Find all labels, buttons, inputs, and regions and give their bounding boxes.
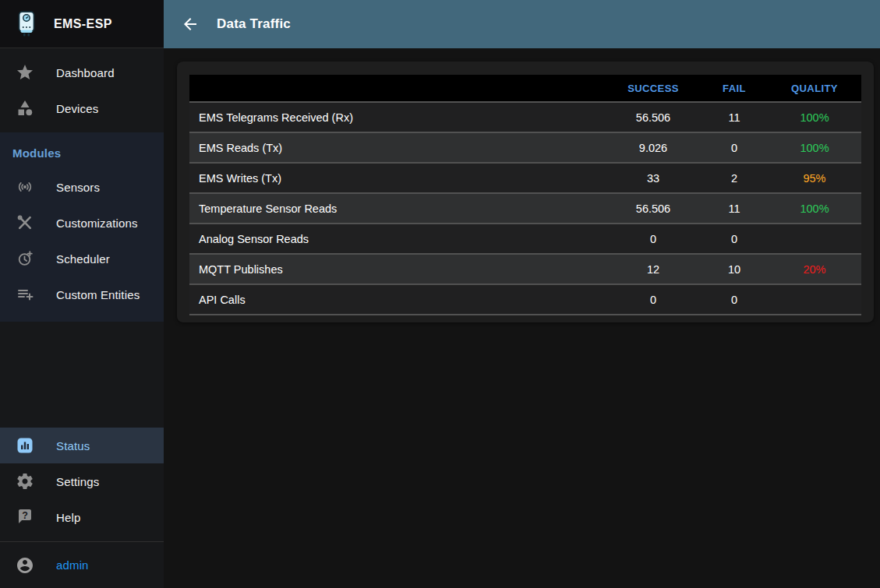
sidebar-nav-top: Dashboard Devices: [0, 48, 164, 132]
column-header-fail: FAIL: [701, 75, 768, 102]
app-title: EMS-ESP: [54, 17, 112, 31]
appbar: Data Traffic: [164, 0, 880, 48]
row-fail-value: 0: [701, 132, 768, 163]
gear-icon: [16, 472, 34, 491]
table-row: API Calls 0 0: [189, 284, 861, 315]
table-row: EMS Reads (Tx) 9.026 0 100%: [189, 132, 861, 163]
row-success-value: 56.506: [606, 193, 701, 224]
modules-section-label: Modules: [0, 139, 164, 169]
sensors-icon: [16, 178, 34, 196]
row-quality-value: [768, 284, 861, 315]
column-header-quality: QUALITY: [768, 75, 861, 102]
sidebar: EMS-ESP Dashboard Devices Modules: [0, 0, 164, 588]
sidebar-item-label: Help: [56, 511, 80, 524]
main-area: Data Traffic SUCCESS FAIL QUALITY: [164, 0, 880, 588]
playlist-add-icon: [16, 285, 34, 304]
sidebar-item-dashboard[interactable]: Dashboard: [0, 55, 164, 90]
sidebar-item-help[interactable]: ? Help: [0, 499, 164, 535]
row-fail-value: 0: [701, 224, 768, 254]
sidebar-item-scheduler[interactable]: Scheduler: [0, 241, 164, 276]
row-success-value: 0: [606, 224, 701, 254]
row-label: EMS Reads (Tx): [189, 132, 606, 163]
table-row: Temperature Sensor Reads 56.506 11 100%: [189, 193, 861, 224]
column-header-blank: [189, 75, 606, 102]
sidebar-item-status[interactable]: Status: [0, 428, 164, 463]
row-quality-value: 100%: [768, 132, 861, 163]
table-body: EMS Telegrams Received (Rx) 56.506 11 10…: [189, 102, 861, 315]
row-fail-value: 2: [701, 163, 768, 193]
app-logo-header: EMS-ESP: [0, 0, 164, 48]
sidebar-item-label: Scheduler: [56, 252, 110, 266]
sidebar-nav-bottom: Status Settings ? Help: [0, 421, 164, 541]
row-success-value: 12: [606, 254, 701, 284]
row-fail-value: 11: [701, 102, 768, 132]
user-menu-admin[interactable]: admin: [0, 542, 164, 588]
boiler-logo-icon: [12, 9, 41, 39]
sidebar-item-customizations[interactable]: Customizations: [0, 205, 164, 241]
row-label: EMS Writes (Tx): [189, 163, 606, 193]
sidebar-item-label: Settings: [56, 475, 99, 488]
sidebar-modules-section: Modules Sensors: [0, 132, 164, 322]
row-quality-value: 100%: [768, 193, 861, 224]
account-circle-icon: [16, 556, 34, 575]
row-fail-value: 0: [701, 284, 768, 315]
sidebar-item-settings[interactable]: Settings: [0, 463, 164, 499]
table-row: Analog Sensor Reads 0 0: [189, 224, 861, 254]
row-quality-value: 95%: [768, 163, 861, 193]
row-fail-value: 11: [701, 193, 768, 224]
row-label: Temperature Sensor Reads: [189, 193, 606, 224]
category-icon: [16, 99, 34, 118]
svg-text:?: ?: [22, 510, 28, 521]
sidebar-item-sensors[interactable]: Sensors: [0, 169, 164, 205]
tools-icon: [16, 213, 34, 232]
sidebar-item-label: Dashboard: [56, 66, 115, 79]
help-bubble-icon: ?: [16, 508, 34, 526]
row-success-value: 9.026: [606, 132, 701, 163]
clock-plus-icon: [16, 249, 34, 268]
sidebar-item-label: Customizations: [56, 217, 138, 230]
column-header-success: SUCCESS: [606, 75, 701, 102]
bar-chart-icon: [16, 436, 34, 455]
row-fail-value: 10: [701, 254, 768, 284]
row-label: EMS Telegrams Received (Rx): [189, 102, 606, 132]
row-label: Analog Sensor Reads: [189, 224, 606, 254]
sidebar-spacer: [0, 322, 164, 421]
data-traffic-card: SUCCESS FAIL QUALITY EMS Telegrams Recei…: [177, 62, 874, 322]
data-traffic-table: SUCCESS FAIL QUALITY EMS Telegrams Recei…: [189, 75, 861, 315]
row-quality-value: 100%: [768, 102, 861, 132]
page-title: Data Traffic: [217, 16, 291, 32]
row-success-value: 0: [606, 284, 701, 315]
sidebar-item-custom-entities[interactable]: Custom Entities: [0, 276, 164, 312]
row-quality-value: [768, 224, 861, 254]
sidebar-item-label: Devices: [56, 102, 98, 115]
sidebar-item-label: Sensors: [56, 181, 100, 194]
content-area: SUCCESS FAIL QUALITY EMS Telegrams Recei…: [164, 48, 880, 588]
table-row: MQTT Publishes 12 10 20%: [189, 254, 861, 284]
user-name-label: admin: [56, 558, 89, 572]
row-quality-value: 20%: [768, 254, 861, 284]
app-root: EMS-ESP Dashboard Devices Modules: [0, 0, 880, 588]
sidebar-item-label: Status: [56, 439, 90, 452]
sidebar-item-label: Custom Entities: [56, 288, 140, 301]
sidebar-user-section: admin: [0, 541, 164, 588]
row-success-value: 33: [606, 163, 701, 193]
table-header: SUCCESS FAIL QUALITY: [189, 75, 861, 102]
star-icon: [16, 63, 34, 82]
row-label: MQTT Publishes: [189, 254, 606, 284]
back-arrow-icon[interactable]: [181, 15, 200, 33]
sidebar-item-devices[interactable]: Devices: [0, 90, 164, 126]
row-success-value: 56.506: [606, 102, 701, 132]
table-row: EMS Writes (Tx) 33 2 95%: [189, 163, 861, 193]
table-row: EMS Telegrams Received (Rx) 56.506 11 10…: [189, 102, 861, 132]
row-label: API Calls: [189, 284, 606, 315]
